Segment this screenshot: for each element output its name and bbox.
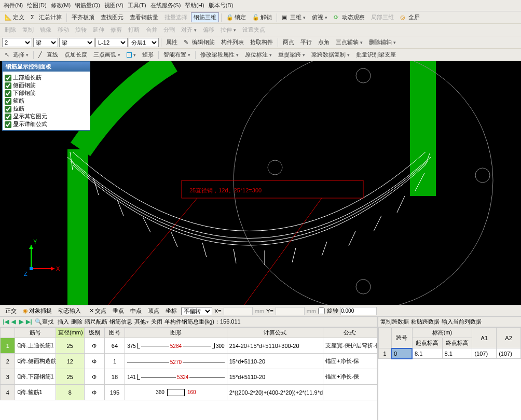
col-diameter[interactable]: 直径(mm) [56, 328, 84, 338]
x-input[interactable] [224, 307, 253, 315]
copy-span-button[interactable]: 复制跨数据 [380, 318, 409, 326]
find-element-button[interactable]: 查找图元 [98, 12, 126, 22]
col-span[interactable]: 跨号 [391, 328, 412, 348]
y-input[interactable] [276, 307, 305, 315]
table-row[interactable]: 3 0跨.下部钢筋125Φ18 1415324 15*d+5110-20锚固+净… [1, 369, 377, 385]
grid-find-button[interactable]: 🔍查找 [35, 318, 53, 326]
line-button[interactable]: ╱直线 [36, 50, 61, 60]
two-point-button[interactable]: 两点 [280, 37, 297, 47]
component-select[interactable]: L-12 [95, 38, 128, 47]
midpoint-button[interactable]: 中点 [128, 306, 144, 315]
square-icon-button[interactable]: ▾ [124, 51, 139, 59]
close-button[interactable]: 关闭 [151, 318, 162, 326]
point-length-button[interactable]: 点加长度 [62, 50, 90, 60]
grips-button[interactable]: 设置夹点 [240, 25, 268, 35]
rect-button[interactable]: 矩形 [140, 50, 156, 60]
align-button[interactable]: 对齐▾ [179, 25, 199, 35]
col-end[interactable]: 终点标高 [442, 338, 472, 348]
category-select[interactable]: 梁 [33, 38, 58, 47]
col-elev[interactable]: 标高(m) [412, 328, 472, 338]
delete-aux-button[interactable]: 删除辅轴▾ [366, 37, 399, 47]
type-select[interactable]: 梁 [59, 38, 94, 47]
top-view-button[interactable]: 俯视▾ [309, 12, 330, 22]
menu-item[interactable]: 工具(T) [126, 1, 148, 10]
pick-component-button[interactable]: 拾取构件 [248, 37, 276, 47]
three-point-aux-button[interactable]: 三点辅轴▾ [333, 37, 365, 47]
edit-rebar-button[interactable]: ✎编辑钢筋 [181, 37, 217, 47]
reassign-span-button[interactable]: 重提梁跨▾ [276, 50, 308, 60]
scale-rebar-button[interactable]: 缩尺配筋 [85, 318, 107, 326]
intersection-button[interactable]: ✕交点 [87, 306, 108, 315]
sum-button[interactable]: Σ汇总计算 [28, 12, 64, 22]
checkbox-item[interactable]: 显示其它图元 [5, 113, 88, 120]
col-formula2[interactable]: 公式: [323, 328, 377, 338]
col-shape[interactable]: 图形 [125, 328, 227, 338]
lock-button[interactable]: 🔒锁定 [224, 12, 249, 22]
break-button[interactable]: 打断 [126, 25, 142, 35]
paste-span-button[interactable]: 粘贴跨数据 [411, 318, 440, 326]
copy-span-data-button[interactable]: 梁跨数据复制▾ [309, 50, 352, 60]
rotate-button[interactable]: 旋转 [73, 25, 89, 35]
unlock-button[interactable]: 🔓解锁 [250, 12, 275, 22]
delete-button[interactable]: 删除 [2, 25, 19, 35]
3d-button[interactable]: ▣三维▾ [279, 12, 308, 22]
select-button[interactable]: ↖选择▾ [2, 50, 31, 60]
menu-item[interactable]: 帮助(H) [183, 1, 205, 10]
batch-identify-button[interactable]: 批量识别梁支座 [353, 50, 399, 60]
batch-select-button[interactable]: 批量选择 [162, 12, 190, 22]
osnap-button[interactable]: ◉对象捕捉 [21, 306, 54, 315]
rebar-table[interactable]: 筋号 直径(mm) 级别 图号 图形 计算公式 公式: 1 0跨.上通长筋125… [0, 327, 377, 400]
component-list-button[interactable]: 构件列表 [218, 37, 246, 47]
rotate-checkbox[interactable] [318, 307, 325, 314]
viewport[interactable]: 钢筋显示控制面板 上部通长筋 侧面钢筋 下部钢筋 箍筋 拉筋 显示其它图元 显示… [0, 61, 521, 305]
other-button[interactable]: 其他▾ [134, 318, 149, 326]
define-button[interactable]: 📐定义 [2, 12, 27, 22]
col-jinhao[interactable]: 筋号 [15, 328, 56, 338]
local-3d-button[interactable]: 局部三维 [368, 12, 396, 22]
menu-item[interactable]: 钢筋量(Q) [73, 1, 102, 10]
dyninput-button[interactable]: 动态输入 [56, 306, 83, 315]
table-row[interactable]: 1 0 8.18.1 (107)(107) [379, 348, 521, 359]
modify-beam-button[interactable]: 修改梁段属性▾ [198, 50, 241, 60]
grid-insert-button[interactable]: 插入 [58, 318, 69, 326]
checkbox-item[interactable]: 下部钢筋 [5, 89, 88, 97]
col-tuhao[interactable]: 图号 [104, 328, 125, 338]
col-formula[interactable]: 计算公式 [227, 328, 323, 338]
nav-prev[interactable]: ◀ [10, 318, 17, 325]
rebar-3d-button[interactable]: 钢筋三维 [191, 12, 219, 22]
col-a1[interactable]: A1 [472, 328, 497, 348]
checkbox-item[interactable]: 侧面钢筋 [5, 81, 88, 89]
view-rebar-button[interactable]: 查看钢筋量 [127, 12, 161, 22]
point-angle-button[interactable]: 点角 [316, 37, 332, 47]
layer-select[interactable]: 分层1 [129, 38, 159, 47]
vertex-button[interactable]: 顶点 [146, 306, 161, 315]
menu-item[interactable]: 在线服务(S) [149, 1, 183, 10]
nav-first[interactable]: |◀ [2, 318, 9, 325]
parallel-button[interactable]: 平行 [298, 37, 314, 47]
panel-title[interactable]: 钢筋显示控制面板 [3, 62, 90, 72]
property-button[interactable]: 属性 [163, 37, 180, 47]
angle-input[interactable] [340, 307, 377, 315]
offset-button[interactable]: 偏移 [200, 25, 217, 35]
rebar-info-button[interactable]: 钢筋信息 [109, 318, 132, 326]
span-table[interactable]: 跨号标高(m)A1A2 起点标高终点标高 1 0 8.18.1 (107)(10… [378, 327, 521, 359]
orbit-button[interactable]: ⟳动态观察 [331, 12, 367, 22]
table-row[interactable]: 2 0跨.侧面构造筋112Φ1 5270 15*d+5110-20锚固+净长-保 [1, 354, 377, 369]
menu-item[interactable]: 构件(N) [2, 1, 24, 10]
copy-button[interactable]: 复制 [20, 25, 36, 35]
extend-button[interactable]: 延伸 [90, 25, 107, 35]
menu-item[interactable]: 绘图(D) [25, 1, 48, 10]
menu-item[interactable]: 视图(V) [103, 1, 125, 10]
menu-item[interactable]: 版本号(B) [207, 1, 235, 10]
col-start[interactable]: 起点标高 [412, 338, 442, 348]
table-row[interactable]: 1 0跨.上通长筋125Φ64 3755284300 214-20+15*d+5… [1, 338, 377, 354]
fullscreen-button[interactable]: ◎全屏 [397, 12, 422, 22]
checkbox-item[interactable]: 显示详细公式 [5, 120, 88, 128]
grid-delete-button[interactable]: 删除 [71, 318, 83, 326]
checkbox-item[interactable]: 上部通长筋 [5, 74, 88, 81]
stretch-button[interactable]: 拉伸▾ [218, 25, 239, 35]
offset-mode-select[interactable]: 不偏转 [181, 307, 212, 315]
align-slab-button[interactable]: 平齐板顶 [69, 12, 97, 22]
perpendicular-button[interactable]: 垂点 [111, 306, 126, 315]
move-button[interactable]: 移动 [55, 25, 72, 35]
